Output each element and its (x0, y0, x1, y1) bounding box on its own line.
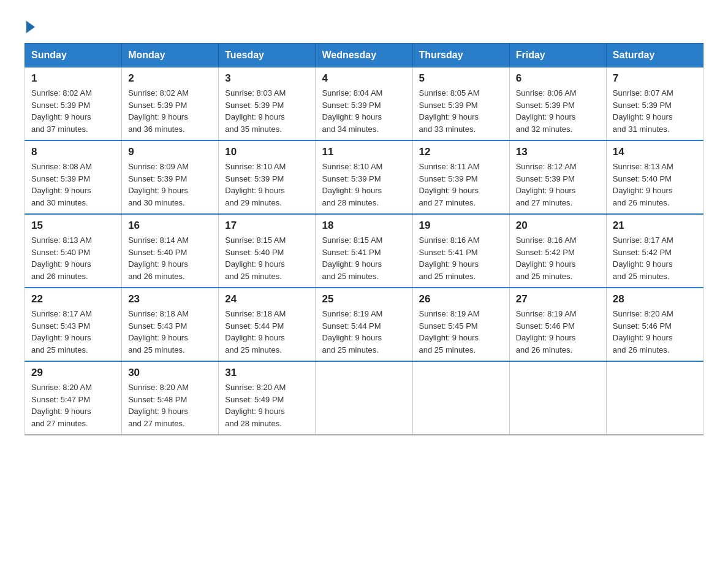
calendar-week-row: 1 Sunrise: 8:02 AM Sunset: 5:39 PM Dayli… (25, 67, 703, 141)
day-info: Sunrise: 8:07 AM Sunset: 5:39 PM Dayligh… (613, 87, 697, 135)
calendar-cell: 17 Sunrise: 8:15 AM Sunset: 5:40 PM Dayl… (219, 214, 316, 288)
day-number: 8 (31, 146, 115, 158)
day-number: 14 (613, 146, 697, 158)
calendar-cell: 22 Sunrise: 8:17 AM Sunset: 5:43 PM Dayl… (25, 288, 122, 361)
day-info: Sunrise: 8:12 AM Sunset: 5:39 PM Dayligh… (516, 161, 600, 209)
day-number: 4 (322, 72, 406, 85)
calendar-cell: 30 Sunrise: 8:20 AM Sunset: 5:48 PM Dayl… (122, 361, 219, 435)
day-info: Sunrise: 8:02 AM Sunset: 5:39 PM Dayligh… (128, 87, 212, 135)
day-info: Sunrise: 8:05 AM Sunset: 5:39 PM Dayligh… (419, 87, 503, 135)
calendar-cell: 24 Sunrise: 8:18 AM Sunset: 5:44 PM Dayl… (219, 288, 316, 361)
calendar-cell (412, 361, 509, 435)
day-number: 12 (419, 146, 503, 158)
calendar-cell (606, 361, 703, 435)
day-info: Sunrise: 8:16 AM Sunset: 5:42 PM Dayligh… (516, 234, 600, 282)
day-info: Sunrise: 8:18 AM Sunset: 5:43 PM Dayligh… (128, 308, 212, 356)
calendar-cell: 7 Sunrise: 8:07 AM Sunset: 5:39 PM Dayli… (606, 67, 703, 141)
calendar-cell: 1 Sunrise: 8:02 AM Sunset: 5:39 PM Dayli… (25, 67, 122, 141)
calendar-cell: 28 Sunrise: 8:20 AM Sunset: 5:46 PM Dayl… (606, 288, 703, 361)
day-number: 11 (322, 146, 406, 158)
day-number: 10 (225, 146, 309, 158)
calendar-cell (509, 361, 606, 435)
day-info: Sunrise: 8:20 AM Sunset: 5:49 PM Dayligh… (225, 381, 309, 429)
day-number: 15 (31, 220, 115, 232)
calendar-cell: 13 Sunrise: 8:12 AM Sunset: 5:39 PM Dayl… (509, 140, 606, 214)
calendar-week-row: 22 Sunrise: 8:17 AM Sunset: 5:43 PM Dayl… (25, 288, 703, 361)
calendar-cell: 4 Sunrise: 8:04 AM Sunset: 5:39 PM Dayli… (316, 67, 412, 141)
calendar-cell: 23 Sunrise: 8:18 AM Sunset: 5:43 PM Dayl… (122, 288, 219, 361)
day-number: 22 (31, 293, 115, 305)
day-info: Sunrise: 8:17 AM Sunset: 5:43 PM Dayligh… (31, 308, 115, 356)
calendar-cell: 21 Sunrise: 8:17 AM Sunset: 5:42 PM Dayl… (606, 214, 703, 288)
calendar-cell: 14 Sunrise: 8:13 AM Sunset: 5:40 PM Dayl… (606, 140, 703, 214)
calendar-cell: 3 Sunrise: 8:03 AM Sunset: 5:39 PM Dayli… (219, 67, 316, 141)
day-info: Sunrise: 8:13 AM Sunset: 5:40 PM Dayligh… (613, 161, 697, 209)
calendar-cell: 19 Sunrise: 8:16 AM Sunset: 5:41 PM Dayl… (412, 214, 509, 288)
day-info: Sunrise: 8:10 AM Sunset: 5:39 PM Dayligh… (225, 161, 309, 209)
day-info: Sunrise: 8:20 AM Sunset: 5:48 PM Dayligh… (128, 381, 212, 429)
day-number: 5 (419, 72, 503, 85)
day-info: Sunrise: 8:06 AM Sunset: 5:39 PM Dayligh… (516, 87, 600, 135)
day-number: 20 (516, 220, 600, 232)
day-info: Sunrise: 8:03 AM Sunset: 5:39 PM Dayligh… (225, 87, 309, 135)
day-info: Sunrise: 8:15 AM Sunset: 5:40 PM Dayligh… (225, 234, 309, 282)
day-number: 2 (128, 72, 212, 85)
column-header-tuesday: Tuesday (219, 44, 316, 67)
calendar-cell: 25 Sunrise: 8:19 AM Sunset: 5:44 PM Dayl… (316, 288, 412, 361)
day-number: 24 (225, 293, 309, 305)
day-info: Sunrise: 8:09 AM Sunset: 5:39 PM Dayligh… (128, 161, 212, 209)
calendar-table: SundayMondayTuesdayWednesdayThursdayFrid… (25, 43, 703, 435)
logo (25, 18, 35, 31)
day-number: 9 (128, 146, 212, 158)
day-number: 26 (419, 293, 503, 305)
calendar-cell: 15 Sunrise: 8:13 AM Sunset: 5:40 PM Dayl… (25, 214, 122, 288)
calendar-cell: 29 Sunrise: 8:20 AM Sunset: 5:47 PM Dayl… (25, 361, 122, 435)
day-number: 17 (225, 220, 309, 232)
day-info: Sunrise: 8:11 AM Sunset: 5:39 PM Dayligh… (419, 161, 503, 209)
column-header-saturday: Saturday (606, 44, 703, 67)
day-number: 21 (613, 220, 697, 232)
calendar-cell: 8 Sunrise: 8:08 AM Sunset: 5:39 PM Dayli… (25, 140, 122, 214)
day-info: Sunrise: 8:19 AM Sunset: 5:46 PM Dayligh… (516, 308, 600, 356)
day-info: Sunrise: 8:19 AM Sunset: 5:44 PM Dayligh… (322, 308, 406, 356)
day-number: 18 (322, 220, 406, 232)
column-header-monday: Monday (122, 44, 219, 67)
calendar-cell: 26 Sunrise: 8:19 AM Sunset: 5:45 PM Dayl… (412, 288, 509, 361)
day-number: 16 (128, 220, 212, 232)
day-number: 19 (419, 220, 503, 232)
calendar-cell: 18 Sunrise: 8:15 AM Sunset: 5:41 PM Dayl… (316, 214, 412, 288)
calendar-cell: 6 Sunrise: 8:06 AM Sunset: 5:39 PM Dayli… (509, 67, 606, 141)
day-number: 25 (322, 293, 406, 305)
column-header-wednesday: Wednesday (316, 44, 412, 67)
calendar-cell: 11 Sunrise: 8:10 AM Sunset: 5:39 PM Dayl… (316, 140, 412, 214)
calendar-header-row: SundayMondayTuesdayWednesdayThursdayFrid… (25, 44, 703, 67)
calendar-cell: 16 Sunrise: 8:14 AM Sunset: 5:40 PM Dayl… (122, 214, 219, 288)
day-info: Sunrise: 8:04 AM Sunset: 5:39 PM Dayligh… (322, 87, 406, 135)
day-number: 27 (516, 293, 600, 305)
day-info: Sunrise: 8:17 AM Sunset: 5:42 PM Dayligh… (613, 234, 697, 282)
day-info: Sunrise: 8:19 AM Sunset: 5:45 PM Dayligh… (419, 308, 503, 356)
day-number: 31 (225, 367, 309, 379)
column-header-sunday: Sunday (25, 44, 122, 67)
day-number: 13 (516, 146, 600, 158)
column-header-thursday: Thursday (412, 44, 509, 67)
calendar-cell: 12 Sunrise: 8:11 AM Sunset: 5:39 PM Dayl… (412, 140, 509, 214)
day-info: Sunrise: 8:15 AM Sunset: 5:41 PM Dayligh… (322, 234, 406, 282)
calendar-cell: 31 Sunrise: 8:20 AM Sunset: 5:49 PM Dayl… (219, 361, 316, 435)
day-number: 7 (613, 72, 697, 85)
day-number: 28 (613, 293, 697, 305)
calendar-week-row: 29 Sunrise: 8:20 AM Sunset: 5:47 PM Dayl… (25, 361, 703, 435)
day-info: Sunrise: 8:20 AM Sunset: 5:46 PM Dayligh… (613, 308, 697, 356)
day-number: 30 (128, 367, 212, 379)
day-info: Sunrise: 8:14 AM Sunset: 5:40 PM Dayligh… (128, 234, 212, 282)
calendar-cell: 9 Sunrise: 8:09 AM Sunset: 5:39 PM Dayli… (122, 140, 219, 214)
day-number: 6 (516, 72, 600, 85)
calendar-cell: 27 Sunrise: 8:19 AM Sunset: 5:46 PM Dayl… (509, 288, 606, 361)
day-number: 1 (31, 72, 115, 85)
calendar-week-row: 15 Sunrise: 8:13 AM Sunset: 5:40 PM Dayl… (25, 214, 703, 288)
logo-triangle-icon (26, 21, 35, 33)
day-info: Sunrise: 8:18 AM Sunset: 5:44 PM Dayligh… (225, 308, 309, 356)
day-info: Sunrise: 8:20 AM Sunset: 5:47 PM Dayligh… (31, 381, 115, 429)
day-info: Sunrise: 8:02 AM Sunset: 5:39 PM Dayligh… (31, 87, 115, 135)
column-header-friday: Friday (509, 44, 606, 67)
